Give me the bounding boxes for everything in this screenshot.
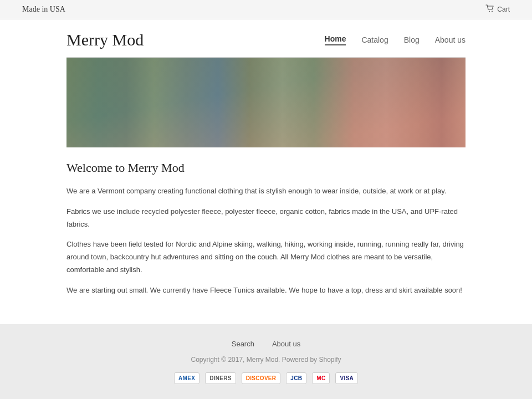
payment-icon-visa: VISA	[335, 372, 358, 384]
svg-point-0	[489, 11, 490, 12]
footer-about-link[interactable]: About us	[272, 340, 300, 348]
footer-search-link[interactable]: Search	[232, 340, 254, 348]
payment-icon-diners: DINERS	[205, 372, 236, 384]
site-title[interactable]: Merry Mod	[66, 30, 144, 49]
made-in-usa-label: Made in USA	[22, 5, 65, 14]
nav-item-about[interactable]: About us	[435, 35, 466, 44]
footer-nav: Search About us	[22, 340, 510, 348]
nav-item-blog[interactable]: Blog	[404, 35, 420, 44]
site-nav: Home Catalog Blog About us	[325, 34, 466, 45]
svg-point-1	[492, 11, 493, 12]
paragraph-4: We are starting out small. We currently …	[66, 284, 466, 297]
welcome-content: Welcome to Merry Mod We are a Vermont co…	[66, 147, 466, 324]
site-footer: Search About us Copyright © 2017, Merry …	[0, 324, 532, 399]
payment-icon-amex: AMEX	[174, 372, 200, 384]
paragraph-3: Clothes have been field tested for Nordi…	[66, 238, 466, 276]
paragraph-2: Fabrics we use include recycled polyeste…	[66, 206, 466, 231]
payment-icon-discover: DISCOVER	[242, 372, 281, 384]
cart-label: Cart	[497, 6, 510, 13]
welcome-title: Welcome to Merry Mod	[66, 161, 466, 175]
site-header: Merry Mod Home Catalog Blog About us	[66, 19, 466, 49]
payment-icon-mastercard: MC	[312, 372, 330, 384]
nav-item-home[interactable]: Home	[325, 34, 346, 45]
payment-icon-jcb: JCB	[286, 372, 306, 384]
cart-icon	[485, 4, 494, 14]
footer-copyright: Copyright © 2017, Merry Mod. Powered by …	[22, 356, 510, 364]
paragraph-1: We are a Vermont company creating functi…	[66, 185, 466, 198]
nav-item-catalog[interactable]: Catalog	[361, 35, 388, 44]
hero-image	[66, 58, 466, 147]
payment-icons: AMEX DINERS DISCOVER JCB MC VISA	[22, 372, 510, 384]
top-bar: Made in USA Cart	[0, 0, 532, 19]
cart-link[interactable]: Cart	[485, 4, 510, 14]
